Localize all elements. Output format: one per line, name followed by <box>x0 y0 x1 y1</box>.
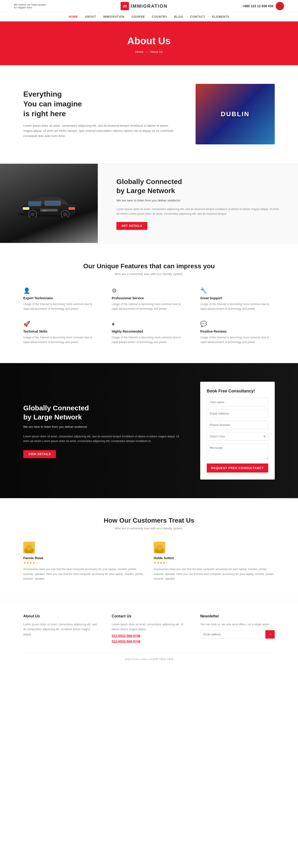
footer: About Us Lorem ipsum dolor sit amet, con… <box>0 600 298 668</box>
footer-contact-title: Contact Us <box>112 614 186 618</box>
testimonial-1-avatar <box>23 542 35 553</box>
footer-bottom: 信创社区bbs.xieliao.com免费下载设计资源 <box>23 653 275 661</box>
get-details-button[interactable]: GET DETAILS <box>117 222 147 230</box>
footer-phone-1[interactable]: 012-6532-568-9746 <box>112 634 186 638</box>
section-everything: EverythingYou can imagineis right here L… <box>0 65 298 163</box>
car-image: Audi <box>0 164 98 243</box>
nav-elements[interactable]: ELEMENTS <box>212 15 229 19</box>
phone-button[interactable]: 📞 <box>276 2 284 10</box>
svg-rect-9 <box>23 207 29 210</box>
testimonial-1-text: Accessories Here you can find the best c… <box>23 567 144 581</box>
svg-rect-10 <box>68 207 75 210</box>
everything-image: DUBLIN <box>196 84 275 145</box>
footer-contact: Contact Us Lorem ipsum dolor sit amet, c… <box>112 614 186 643</box>
testimonial-1-stars: ★★★★☆ <box>23 561 144 564</box>
form-message-input[interactable] <box>207 443 268 460</box>
nav-country[interactable]: COUNTRY <box>152 15 167 19</box>
svg-point-16 <box>157 545 162 550</box>
footer-bottom-text: 信创社区bbs.xieliao.com免费下载设计资源 <box>125 658 173 660</box>
form-email-input[interactable] <box>207 409 268 418</box>
car-placeholder: Audi <box>0 164 98 243</box>
hero-title: About Us <box>5 35 293 46</box>
top-bar: We believe we helps people for happier l… <box>0 0 298 12</box>
professional-icon: ⚙ <box>112 287 186 294</box>
features-title: Our Unique Features that can impress you <box>23 262 275 270</box>
nav-contact[interactable]: CONTACT <box>190 15 205 19</box>
nav-course[interactable]: COURSE <box>132 15 145 19</box>
feature-4-desc: Usage of the Internet is becoming more c… <box>23 335 98 345</box>
footer-newsletter-title: Newsletter <box>200 614 275 618</box>
nav-immigration[interactable]: IMMIGRATION <box>103 15 125 19</box>
section-features: Our Unique Features that can impress you… <box>0 244 298 363</box>
breadcrumb-arrow: → <box>145 50 148 54</box>
tagline: We believe we helps people for happier l… <box>14 3 46 9</box>
footer-about-title: About Us <box>23 614 98 618</box>
feature-3: 🔧 Great Support Usage of the Internet is… <box>200 287 275 311</box>
svg-point-14 <box>26 545 32 550</box>
features-grid: 👤 Expert Technicians Usage of the Intern… <box>23 287 275 345</box>
logo: m IMMIGRATION <box>121 2 167 10</box>
view-details-button[interactable]: View Details <box>23 450 56 458</box>
everything-text: EverythingYou can imagineis right here L… <box>23 89 177 138</box>
nav-home[interactable]: HOME <box>69 15 78 19</box>
form-name-input[interactable] <box>207 398 268 406</box>
expert-icon: 👤 <box>23 287 98 294</box>
feature-3-title: Great Support <box>200 296 275 300</box>
testimonials-grid: Fannie Rowe ★★★★☆ Accessories Here you c… <box>23 542 275 581</box>
section-testimonials: How Our Customers Treat Us Who are in ex… <box>0 498 298 600</box>
form-phone-input[interactable] <box>207 421 268 429</box>
hero-banner: About Us Home → About Us <box>0 22 298 65</box>
form-submit-button[interactable]: Request Free Consultancy <box>207 463 268 472</box>
feature-1-title: Expert Technicians <box>23 296 98 300</box>
dark-body: Lorem ipsum dolor sit amet, consectetur … <box>23 434 181 444</box>
nav-blog[interactable]: BLOG <box>174 15 183 19</box>
form-visa-select[interactable]: Select Visa Tourist Visa Student Visa Wo… <box>207 432 268 441</box>
feature-5-desc: Usage of the Internet is becoming more c… <box>112 335 186 345</box>
footer-about-text: Lorem ipsum dolor sit amet, consectetur … <box>23 622 98 637</box>
feature-6-title: Positive Reviews <box>200 330 275 333</box>
svg-text:Audi: Audi <box>43 210 46 212</box>
dark-sub: We are here to listen from you deliver e… <box>23 424 181 430</box>
features-sub: Who are in extremely love with eco frien… <box>23 272 275 276</box>
feature-4: 🚀 Technical Skills Usage of the Internet… <box>23 321 98 345</box>
everything-body: Lorem ipsum dolor sit amet, consectetur … <box>23 123 177 138</box>
feature-5-title: Highly Recomended <box>112 330 186 333</box>
reviews-icon: 💬 <box>200 321 275 327</box>
feature-1-desc: Usage of the Internet is becoming more c… <box>23 302 98 311</box>
support-icon: 🔧 <box>200 287 275 294</box>
dark-content: Globally Connectedby Large Network We ar… <box>23 403 181 458</box>
section-dark: Globally Connectedby Large Network We ar… <box>0 363 298 498</box>
testimonial-2-name: Hulda Sutton <box>154 556 275 560</box>
svg-rect-8 <box>44 200 61 206</box>
feature-2: ⚙ Professional Service Usage of the Inte… <box>112 287 186 311</box>
section-globally-left: Audi Globally Connectedby Large Network … <box>0 163 298 244</box>
testimonial-2-stars: ★★★★☆ <box>154 561 275 564</box>
top-contact: +880 123 12 658 439 📞 <box>242 2 284 10</box>
testimonials-sub: Who are in extremely love with eco frien… <box>23 527 275 530</box>
recommended-icon: ♦ <box>112 321 186 327</box>
newsletter-button[interactable]: → <box>265 630 275 639</box>
newsletter-input[interactable] <box>200 630 265 639</box>
feature-4-title: Technical Skills <box>23 330 98 333</box>
newsletter-input-row: → <box>200 630 275 639</box>
globally-text: Globally Connectedby Large Network We ar… <box>98 163 298 244</box>
footer-newsletter: Newsletter You can trust us. we only sen… <box>200 614 275 643</box>
nav-about[interactable]: ABOUT <box>85 15 96 19</box>
feature-1: 👤 Expert Technicians Usage of the Intern… <box>23 287 98 311</box>
feature-2-desc: Usage of the Internet is becoming more c… <box>112 302 186 311</box>
footer-contact-text: Lorem ipsum dolor sit amet, consectetur … <box>112 622 186 632</box>
testimonial-2: Hulda Sutton ★★★★☆ Accessories Here you … <box>154 542 275 581</box>
footer-phone-2[interactable]: 012-6532-569-9748 <box>112 640 186 643</box>
globally-sub: We are here to listen from you deliver e… <box>117 198 279 203</box>
breadcrumb: Home → About Us <box>5 50 293 54</box>
svg-rect-7 <box>28 201 41 206</box>
footer-grid: About Us Lorem ipsum dolor sit amet, con… <box>23 614 275 643</box>
dublin-image: DUBLIN <box>196 84 275 145</box>
logo-icon: m <box>121 2 129 10</box>
top-phone: +880 123 12 658 439 <box>242 4 273 8</box>
testimonial-1: Fannie Rowe ★★★★☆ Accessories Here you c… <box>23 542 144 581</box>
breadcrumb-home[interactable]: Home <box>135 50 143 54</box>
dark-title: Globally Connectedby Large Network <box>23 403 181 422</box>
consultancy-form: Book Free Consultancy! Select Visa Touri… <box>200 382 275 479</box>
footer-about: About Us Lorem ipsum dolor sit amet, con… <box>23 614 98 643</box>
